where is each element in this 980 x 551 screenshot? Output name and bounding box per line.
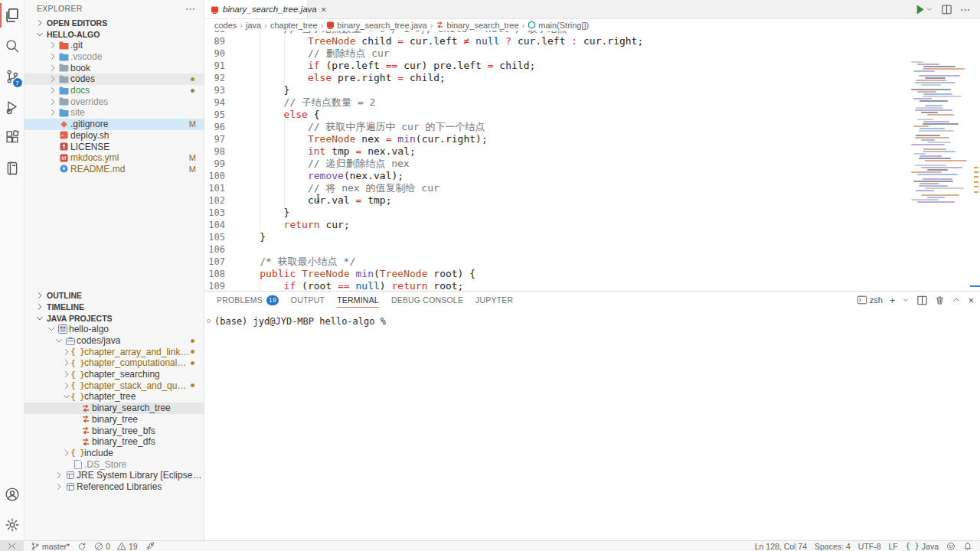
notifications-bell[interactable] <box>959 541 980 551</box>
tree-item-mkdocs.yml[interactable]: M mkdocs.ymlM <box>24 152 204 164</box>
breadcrumb-0[interactable]: codes <box>214 21 237 30</box>
tree-item-book[interactable]: book <box>24 62 204 73</box>
terminal-shell-selector[interactable]: zsh <box>857 295 883 305</box>
code-line-90[interactable]: 90 // 删除结点 cur <box>205 47 980 60</box>
activity-extensions[interactable] <box>0 122 24 153</box>
code-line-104[interactable]: 104 return cur; <box>205 219 980 231</box>
section-java-projects[interactable]: JAVA PROJECTS <box>24 312 204 324</box>
kill-terminal-button[interactable] <box>935 295 945 305</box>
code-editor[interactable]: 88 // 当子结点数量 = 0 / 1 时, child = null / 该… <box>205 31 980 291</box>
code-line-95[interactable]: 95 else { <box>205 109 980 121</box>
tree-item-binary_tree_bfs[interactable]: binary_tree_bfs <box>24 425 204 436</box>
explorer-more-actions-icon[interactable]: ⋯ <box>185 3 196 15</box>
code-line-96[interactable]: 96 // 获取中序遍历中 cur 的下一个结点 <box>205 121 980 133</box>
split-terminal-button[interactable] <box>916 295 928 306</box>
problems-status[interactable]: 0 19 <box>90 541 141 551</box>
tree-item-hello-algo[interactable]: hello-algo <box>24 324 204 335</box>
section-root-folder[interactable]: HELLO-ALGO <box>24 28 204 40</box>
tree-item-.git[interactable]: .git <box>24 40 204 51</box>
tree-item-binary_search_tree[interactable]: binary_search_tree <box>24 403 204 414</box>
remote-indicator[interactable] <box>0 541 24 551</box>
tree-item-docs[interactable]: docs <box>24 85 204 96</box>
breadcrumb-5[interactable]: main(String[]) <box>528 21 589 30</box>
terminal-dropdown-icon[interactable] <box>902 296 910 304</box>
breadcrumb-1[interactable]: java <box>246 21 261 30</box>
code-line-94[interactable]: 94 // 子结点数量 = 2 <box>205 96 980 109</box>
language-status[interactable]: { }Java <box>902 541 942 551</box>
tree-item-binary_tree[interactable]: binary_tree <box>24 414 204 425</box>
code-line-103[interactable]: 103 } <box>205 207 980 219</box>
launch-status[interactable] <box>142 541 159 551</box>
close-panel-button[interactable]: × <box>968 295 974 305</box>
terminal[interactable]: (base) jyd@JYD-MBP hello-algo % <box>205 308 980 327</box>
activity-run-debug[interactable] <box>0 92 24 122</box>
tree-item-README.md[interactable]: README.mdM <box>24 164 204 175</box>
activity-search[interactable] <box>0 31 24 61</box>
tree-item-chapter_computational_complexity[interactable]: { } chapter_computational_complexity <box>24 357 204 369</box>
breadcrumb-4[interactable]: binary_search_tree <box>436 21 518 30</box>
activity-notebook[interactable] <box>0 153 24 184</box>
code-line-89[interactable]: 89 TreeNode child = cur.left ≠ null ? cu… <box>205 35 980 47</box>
indentation-status[interactable]: Spaces: 4 <box>811 541 854 551</box>
minimap[interactable] <box>911 61 972 291</box>
panel-tab-terminal[interactable]: TERMINAL <box>337 292 379 308</box>
tree-item-include[interactable]: { } include <box>24 448 204 459</box>
breadcrumb-3[interactable]: binary_search_tree.java <box>326 21 426 30</box>
activity-account[interactable] <box>0 479 24 510</box>
editor-more-actions-icon[interactable]: ⋯ <box>960 4 971 15</box>
code-line-99[interactable]: 99 // 递归删除结点 nex <box>205 158 980 170</box>
code-line-108[interactable]: 108 public TreeNode min(TreeNode root) { <box>205 268 980 280</box>
section-outline[interactable]: OUTLINE <box>24 289 204 301</box>
maximize-panel-button[interactable] <box>952 295 961 305</box>
tree-item-overrides[interactable]: overrides <box>24 96 204 107</box>
tree-item-.gitignore[interactable]: .gitignoreM <box>24 119 204 130</box>
activity-settings[interactable] <box>0 510 24 540</box>
tree-item-deploy.sh[interactable]: >_ deploy.sh <box>24 130 204 142</box>
code-line-91[interactable]: 91 if (pre.left == cur) pre.left = child… <box>205 60 980 72</box>
tab-close-icon[interactable]: × <box>321 5 327 15</box>
activity-explorer[interactable] <box>0 0 24 31</box>
tree-item-ReferencedLibraries[interactable]: Referenced Libraries <box>24 481 204 493</box>
panel-tab-output[interactable]: OUTPUT <box>291 292 325 308</box>
tab-binary-search-tree[interactable]: binary_search_tree.java × <box>205 0 308 18</box>
tree-item-codes[interactable]: codes <box>24 73 204 85</box>
code-line-102[interactable]: 102 cur.val = tmp; <box>205 194 980 207</box>
code-line-105[interactable]: 105 } <box>205 231 980 243</box>
activity-source-control[interactable]: 7 <box>0 61 24 92</box>
tree-item-chapter_stack_and_queue[interactable]: { } chapter_stack_and_queue <box>24 380 204 391</box>
encoding-status[interactable]: UTF-8 <box>854 541 885 551</box>
eol-status[interactable]: LF <box>884 541 901 551</box>
code-line-107[interactable]: 107 /* 获取最小结点 */ <box>205 256 980 268</box>
code-line-100[interactable]: 100 remove(nex.val); <box>205 170 980 182</box>
panel-tab-problems[interactable]: PROBLEMS19 <box>217 292 279 308</box>
code-line-109[interactable]: 109 if (root == null) return root; <box>205 280 980 291</box>
section-timeline[interactable]: TIMELINE <box>24 301 204 312</box>
code-line-92[interactable]: 92 else pre.right = child; <box>205 72 980 84</box>
section-open-editors[interactable]: OPEN EDITORS <box>24 17 204 28</box>
sync-button[interactable] <box>74 541 90 551</box>
tree-item-.DS_Store[interactable]: .DS_Store <box>24 458 204 470</box>
feedback-button[interactable] <box>942 541 959 551</box>
split-editor-button[interactable] <box>941 4 952 15</box>
tree-item-LICENSE[interactable]: LICENSE <box>24 141 204 152</box>
run-button[interactable] <box>914 4 933 15</box>
tree-item-chapter_tree[interactable]: { } chapter_tree <box>24 391 204 403</box>
cursor-position[interactable]: Ln 128, Col 74 <box>751 541 811 551</box>
git-branch-status[interactable]: master* <box>27 541 74 551</box>
code-line-101[interactable]: 101 // 将 nex 的值复制给 cur <box>205 182 980 194</box>
code-line-93[interactable]: 93 } <box>205 84 980 96</box>
tree-item-binary_tree_dfs[interactable]: binary_tree_dfs <box>24 436 204 448</box>
tree-item-.vscode[interactable]: .vscode <box>24 51 204 63</box>
tree-item-site[interactable]: site <box>24 107 204 119</box>
code-line-98[interactable]: 98 int tmp = nex.val; <box>205 145 980 158</box>
code-line-97[interactable]: 97 TreeNode nex = min(cur.right); <box>205 133 980 145</box>
tree-item-chapter_array_and_linkedlist[interactable]: { } chapter_array_and_linkedlist <box>24 346 204 357</box>
tree-item-JRESystemLibraryEclipseTemurin1717...[interactable]: JRE System Library [Eclipse Temurin 17 [… <box>24 470 204 481</box>
tree-item-codesjava[interactable]: codes/java <box>24 335 204 347</box>
tree-item-chapter_searching[interactable]: { } chapter_searching <box>24 369 204 380</box>
code-line-106[interactable]: 106 <box>205 243 980 256</box>
new-terminal-button[interactable]: + <box>890 295 896 305</box>
panel-tab-debug-console[interactable]: DEBUG CONSOLE <box>391 292 463 308</box>
panel-tab-jupyter[interactable]: JUPYTER <box>475 292 513 308</box>
breadcrumb-2[interactable]: chapter_tree <box>270 21 318 30</box>
